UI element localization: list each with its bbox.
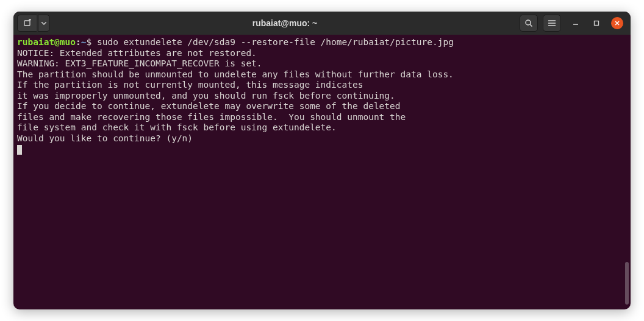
- output-line: WARNING: EXT3_FEATURE_INCOMPAT_RECOVER i…: [17, 58, 627, 69]
- terminal-window: rubaiat@muo: ~: [13, 12, 631, 309]
- output-line: The partition should be unmounted to und…: [17, 69, 627, 80]
- hamburger-icon: [548, 19, 556, 27]
- prompt-dollar: $: [87, 37, 92, 47]
- output-line: Would you like to continue? (y/n): [17, 133, 627, 144]
- output-line: If the partition is not currently mounte…: [17, 80, 627, 91]
- titlebar: rubaiat@muo: ~: [13, 12, 631, 35]
- output-line: it was improperly unmounted, and you sho…: [17, 91, 627, 102]
- menu-button[interactable]: [543, 15, 561, 32]
- prompt-user-host: rubaiat@muo: [17, 37, 76, 47]
- close-button[interactable]: [611, 17, 623, 29]
- window-controls: [570, 17, 623, 29]
- new-tab-button[interactable]: [17, 15, 37, 32]
- output-line: files and make recovering those files im…: [17, 112, 627, 123]
- chevron-down-icon: [41, 22, 46, 25]
- minimize-icon: [573, 20, 579, 26]
- maximize-button[interactable]: [590, 17, 603, 29]
- tab-dropdown-button[interactable]: [38, 15, 50, 32]
- command-text: sudo extundelete /dev/sda9 --restore-fil…: [97, 37, 454, 47]
- new-tab-icon: [23, 19, 32, 27]
- output-line: If you decide to continue, extundelete m…: [17, 101, 627, 112]
- terminal-content[interactable]: rubaiat@muo:~$ sudo extundelete /dev/sda…: [13, 35, 631, 309]
- cursor-line: [17, 144, 627, 155]
- minimize-button[interactable]: [570, 17, 582, 29]
- window-title: rubaiat@muo: ~: [52, 18, 517, 28]
- prompt-colon: :: [76, 37, 81, 47]
- search-button[interactable]: [520, 15, 538, 32]
- svg-point-3: [526, 20, 531, 25]
- prompt-path: ~: [81, 37, 87, 47]
- command-line: rubaiat@muo:~$ sudo extundelete /dev/sda…: [17, 37, 627, 48]
- cursor: [17, 145, 22, 155]
- close-icon: [614, 20, 620, 26]
- titlebar-left-controls: [17, 15, 50, 32]
- svg-line-4: [530, 24, 532, 27]
- scrollbar-thumb[interactable]: [625, 262, 629, 305]
- output-line: NOTICE: Extended attributes are not rest…: [17, 48, 627, 59]
- maximize-icon: [593, 20, 599, 26]
- titlebar-right-controls: [520, 15, 627, 32]
- search-icon: [524, 19, 533, 27]
- svg-rect-0: [24, 21, 30, 26]
- output-line: file system and check it with fsck befor…: [17, 122, 627, 133]
- svg-rect-9: [595, 21, 599, 26]
